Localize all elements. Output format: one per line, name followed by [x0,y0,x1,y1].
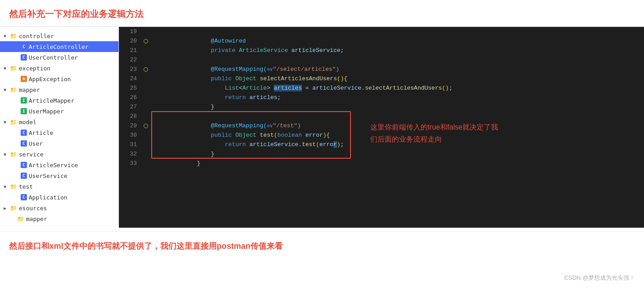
class-icon: C [21,54,27,61]
sidebar-item-article-mapper[interactable]: I ArticleMapper [0,95,118,106]
sidebar-item-user-mapper[interactable]: I UserMapper [0,106,118,117]
item-label: UserService [29,173,67,179]
folder-label: exception [19,65,50,72]
code-line-33 [155,159,644,168]
class-icon: C [21,43,27,50]
item-label: AppException [29,76,71,82]
file-tree: 📁 controller C ArticleController C UserC… [0,27,119,228]
class-icon: C [21,194,27,200]
code-line-27 [155,102,644,112]
class-icon: I [21,97,27,104]
item-label: User [29,140,43,147]
folder-label: test [19,183,33,190]
marker-21 [140,46,151,55]
line-num-21: 21 [119,46,137,55]
folder-label: mapper [19,87,40,93]
code-line-19: @Autowired [155,27,644,36]
marker-28 [140,112,151,121]
sidebar-item-mapper2[interactable]: 📁 mapper [0,213,118,224]
item-label: Application [29,194,67,201]
arrow-icon [4,184,10,189]
marker-19 [140,27,151,36]
code-editor: 19 20 21 22 23 24 25 26 27 28 29 30 31 3… [119,27,644,206]
item-label: ArticleService [29,162,78,169]
line-num-26: 26 [119,93,137,102]
arrow-icon [4,34,10,39]
marker-32 [140,149,151,159]
marker-22 [140,55,151,65]
sidebar-item-model[interactable]: 📁 model [0,117,118,127]
arrow-icon [4,120,10,125]
code-line-32: } [155,149,644,159]
class-icon: A [21,76,27,82]
page-container: 然后补充一下对应的业务逻辑方法 📁 controller C ArticleCo… [0,0,644,290]
arrow-icon [4,152,10,157]
class-icon: C [21,162,27,168]
code-lines: @Autowired private ArticleService articl… [151,27,644,206]
line-markers [140,27,151,206]
line-num-28: 28 [119,112,137,121]
item-label: Article [29,130,53,136]
line-num-19: 19 [119,27,137,36]
sidebar-item-app-exception[interactable]: A AppException [0,74,118,84]
line-num-30: 30 [119,130,137,140]
arrow-icon [4,66,10,71]
class-icon: C [21,140,27,147]
item-label: UserMapper [29,108,64,115]
folder-label: model [19,119,36,126]
marker-24 [140,74,151,83]
code-editor-area[interactable]: 19 20 21 22 23 24 25 26 27 28 29 30 31 3… [119,27,644,228]
line-num-29: 29 [119,121,137,130]
line-num-33: 33 [119,159,137,168]
marker-26 [140,93,151,102]
class-icon: C [21,130,27,136]
item-label: UserController [29,54,78,61]
marker-27 [140,102,151,112]
top-heading: 然后补充一下对应的业务逻辑方法 [0,0,644,26]
line-num-23: 23 [119,65,137,74]
line-num-25: 25 [119,83,137,93]
sidebar-item-user[interactable]: C User [0,138,118,149]
sidebar-item-controller[interactable]: 📁 controller [0,30,118,41]
sidebar-item-test[interactable]: 📁 test [0,181,118,192]
folder-label: service [19,151,44,158]
csdn-watermark: CSDN @梦想成为光头强！ [564,274,635,282]
code-line-22: @RequestMapping(⊙∨"/select/articles") [155,55,644,65]
sidebar-item-application[interactable]: C Application [0,192,118,203]
sidebar-item-user-controller[interactable]: C UserController [0,52,118,63]
sidebar-item-article[interactable]: C Article [0,127,118,138]
item-label: ArticleMapper [29,97,74,104]
annotation-line2: 们后面的业务流程走向 [370,133,541,145]
folder-label: controller [19,33,54,39]
main-content: 📁 controller C ArticleController C UserC… [0,26,644,228]
class-icon: I [21,108,27,114]
bottom-text: 然后接口和xml文件中的书写就不提供了，我们这里直接用postman传值来看 [0,231,644,259]
sidebar-item-article-service[interactable]: C ArticleService [0,160,118,170]
arrow-icon [4,87,10,92]
folder-label: mapper [26,216,47,222]
marker-20 [140,36,151,46]
marker-29 [140,121,151,130]
sidebar-item-resources[interactable]: 📁 esources [0,203,118,213]
sidebar-item-mapper[interactable]: 📁 mapper [0,84,118,95]
sidebar-item-service[interactable]: 📁 service [0,149,118,160]
line-num-22: 22 [119,55,137,65]
code-line-28: @RequestMapping(⊙∨"/test") [155,112,644,121]
folder-label: esources [19,205,47,212]
line-num-31: 31 [119,140,137,149]
class-icon: C [21,173,27,179]
marker-23 [140,65,151,74]
line-num-27: 27 [119,102,137,112]
sidebar-item-article-controller[interactable]: C ArticleController [0,41,118,52]
line-num-20: 20 [119,36,137,46]
annotation-line1: 这里你前端传入的true和false就决定了我 [370,121,541,133]
arrow-icon [4,206,10,211]
sidebar-item-exception[interactable]: 📁 exception [0,63,118,74]
line-numbers: 19 20 21 22 23 24 25 26 27 28 29 30 31 3… [119,27,140,206]
sidebar-item-user-service[interactable]: C UserService [0,170,118,181]
line-num-24: 24 [119,74,137,83]
annotation-text: 这里你前端传入的true和false就决定了我 们后面的业务流程走向 [370,121,541,145]
line-num-32: 32 [119,149,137,159]
marker-30 [140,130,151,140]
marker-33 [140,159,151,168]
